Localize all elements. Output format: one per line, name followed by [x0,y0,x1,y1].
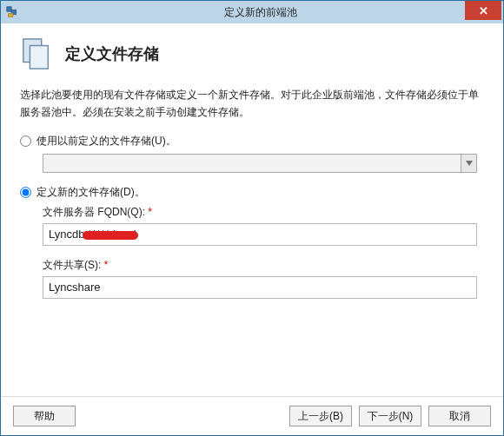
page-header: 定义文件存储 [1,23,503,81]
combo-dropdown-button [461,155,476,172]
page-description: 选择此池要使用的现有文件存储或定义一个新文件存储。对于此企业版前端池，文件存储必… [20,86,484,122]
wizard-window: 定义新的前端池 ✕ 定义文件存储 选择此池要使用的现有文件存储或定义一个新文件存… [0,0,504,436]
fqdn-required-mark: * [148,206,152,218]
svg-rect-0 [7,7,11,11]
radio-define-new[interactable] [20,187,31,198]
next-button[interactable]: 下一步(N) [359,406,421,426]
window-title: 定义新的前端池 [18,5,503,20]
page-title: 定义文件存储 [65,43,159,64]
share-input[interactable] [43,276,477,299]
fqdn-label-row: 文件服务器 FQDN(Q): * [43,205,484,220]
title-bar: 定义新的前端池 ✕ [1,1,503,23]
svg-rect-4 [30,46,48,69]
button-bar: 帮助 上一步(B) 下一步(N) 取消 [1,396,503,435]
fqdn-input[interactable] [43,223,477,246]
close-button[interactable]: ✕ [465,1,501,20]
option-use-existing-label: 使用以前定义的文件存储(U)。 [36,134,176,149]
app-icon [6,6,18,18]
svg-rect-2 [9,14,13,17]
help-button[interactable]: 帮助 [13,406,76,426]
radio-use-existing[interactable] [20,135,31,147]
share-label: 文件共享(S): [43,259,101,271]
close-icon: ✕ [479,4,488,17]
page-body: 选择此池要使用的现有文件存储或定义一个新文件存储。对于此企业版前端池，文件存储必… [1,81,503,396]
fqdn-field-block: 文件服务器 FQDN(Q): * [43,205,484,246]
option-use-existing[interactable]: 使用以前定义的文件存储(U)。 [20,134,484,149]
option-define-new[interactable]: 定义新的文件存储(D)。 [20,185,484,200]
chevron-down-icon [466,161,473,166]
back-button[interactable]: 上一步(B) [289,406,352,426]
cancel-button[interactable]: 取消 [428,406,491,426]
option-define-new-label: 定义新的文件存储(D)。 [36,185,145,200]
share-field-block: 文件共享(S): * [43,258,484,299]
file-store-icon [20,36,53,72]
existing-store-combo [43,154,477,173]
share-label-row: 文件共享(S): * [43,258,484,273]
fqdn-label: 文件服务器 FQDN(Q): [43,206,145,218]
existing-store-value [43,155,461,172]
share-required-mark: * [104,259,109,271]
